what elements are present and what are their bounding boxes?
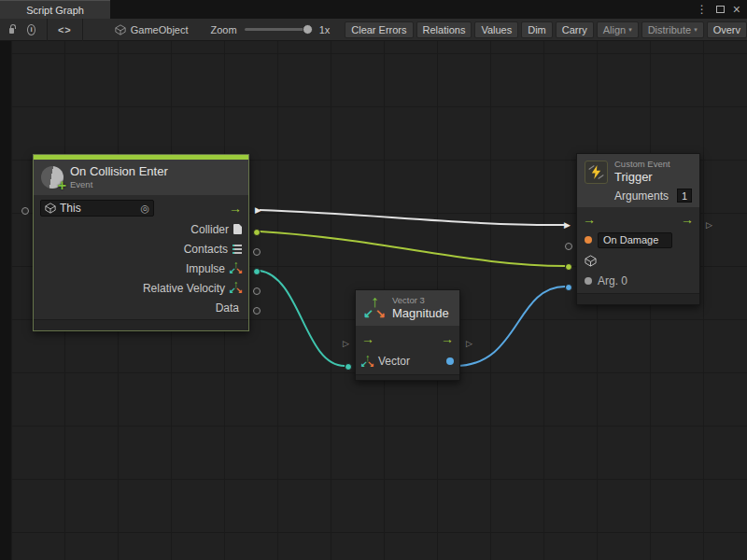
wire-collider[interactable] bbox=[260, 231, 565, 266]
align-label: Align bbox=[603, 24, 626, 35]
vector3-type-icon: ↑↙↘ bbox=[230, 262, 242, 274]
vector3-type-icon: ↑↙↘ bbox=[361, 356, 374, 368]
wire-magnitude-arg[interactable] bbox=[456, 287, 565, 366]
cube-icon bbox=[585, 255, 597, 267]
carry-button[interactable]: Carry bbox=[556, 21, 594, 38]
tab-label: Script Graph bbox=[26, 5, 84, 16]
gameobject-icon bbox=[115, 24, 126, 35]
object-picker-icon[interactable]: ◎ bbox=[140, 203, 149, 215]
node-subtitle: Event bbox=[70, 179, 168, 190]
node-footer bbox=[577, 293, 699, 304]
cube-icon bbox=[45, 203, 56, 214]
arg0-port-icon[interactable] bbox=[585, 277, 592, 285]
port-label-data: Data bbox=[216, 301, 239, 315]
this-input-port[interactable] bbox=[21, 207, 29, 215]
node-vector3-magnitude[interactable]: ↑↙↘ Vector 3 Magnitude → → ↑↙↘ Vector bbox=[355, 289, 460, 381]
zoom-value: 1x bbox=[319, 24, 331, 35]
code-view-icon[interactable]: <> bbox=[48, 24, 82, 35]
node-footer bbox=[34, 319, 248, 330]
values-button[interactable]: Values bbox=[474, 21, 518, 38]
target-object-value: This bbox=[60, 202, 81, 215]
target-object-field[interactable]: This ◎ bbox=[40, 200, 154, 217]
collider-output-port[interactable] bbox=[253, 229, 261, 236]
plus-icon: + bbox=[58, 178, 66, 193]
target-input-port[interactable] bbox=[565, 263, 572, 271]
node-title: Trigger bbox=[614, 170, 670, 185]
maximize-icon[interactable] bbox=[716, 6, 725, 13]
control-input-port[interactable]: ▶ bbox=[564, 221, 571, 230]
vector-input-label: Vector bbox=[378, 355, 410, 368]
node-header[interactable]: Custom Event Trigger bbox=[577, 154, 699, 187]
node-body: → → ↑↙↘ Vector bbox=[356, 326, 459, 374]
graph-canvas[interactable]: + On Collision Enter Event This ◎ → Coll… bbox=[0, 41, 747, 560]
control-output-port[interactable]: ▷ bbox=[466, 340, 472, 348]
lock-icon[interactable] bbox=[9, 28, 14, 34]
unity-script-graph-window: Script Graph ⋮ × i <> GameObject Zoom 1x… bbox=[0, 0, 747, 560]
magnitude-output-port[interactable] bbox=[446, 357, 454, 365]
chevron-down-icon: ▾ bbox=[628, 26, 632, 34]
node-body: This ◎ → Collider Contacts Impulse↑↙↘ Re… bbox=[34, 195, 248, 319]
node-header[interactable]: + On Collision Enter Event bbox=[34, 160, 248, 195]
control-output-arrow-icon[interactable]: → bbox=[441, 332, 454, 345]
zoom-label: Zoom bbox=[211, 24, 237, 35]
control-input-arrow-icon[interactable]: → bbox=[361, 332, 374, 345]
impulse-output-port[interactable] bbox=[253, 268, 261, 275]
arguments-row: Arguments 1 bbox=[577, 187, 699, 207]
arguments-label: Arguments bbox=[614, 189, 669, 203]
close-icon[interactable]: × bbox=[733, 3, 740, 16]
control-output-port[interactable]: ▷ bbox=[706, 221, 712, 230]
control-output-arrow-icon[interactable]: → bbox=[229, 202, 242, 215]
tab-script-graph[interactable]: Script Graph bbox=[0, 0, 110, 19]
port-label-contacts: Contacts bbox=[184, 243, 228, 256]
port-label-collider: Collider bbox=[190, 223, 229, 236]
arg0-input-port[interactable] bbox=[565, 284, 572, 291]
relations-button[interactable]: Relations bbox=[416, 21, 472, 38]
arguments-count-field[interactable]: 1 bbox=[677, 189, 692, 203]
event-name-input-port[interactable] bbox=[565, 243, 572, 250]
toolbar-divider bbox=[82, 19, 83, 41]
event-name-field[interactable]: On Damage bbox=[598, 232, 672, 248]
node-footer bbox=[356, 374, 459, 380]
info-icon[interactable]: i bbox=[27, 24, 35, 35]
node-on-collision-enter[interactable]: + On Collision Enter Event This ◎ → Coll… bbox=[33, 154, 249, 331]
clear-errors-button[interactable]: Clear Errors bbox=[345, 21, 413, 38]
zoom-slider[interactable] bbox=[245, 28, 310, 31]
node-kind: Vector 3 bbox=[392, 295, 449, 306]
distribute-dropdown[interactable]: Distribute▾ bbox=[641, 21, 704, 38]
control-output-arrow-icon[interactable]: → bbox=[681, 213, 694, 226]
align-dropdown[interactable]: Align▾ bbox=[597, 21, 639, 38]
vector3-type-icon: ↑↙↘ bbox=[230, 282, 242, 294]
window-controls: ⋮ × bbox=[697, 0, 747, 19]
control-input-port[interactable]: ▷ bbox=[343, 340, 349, 348]
contacts-output-port[interactable] bbox=[253, 248, 261, 256]
vector3-icon: ↑↙↘ bbox=[363, 297, 386, 319]
dim-button[interactable]: Dim bbox=[521, 21, 553, 38]
tab-bar: Script Graph ⋮ × bbox=[0, 0, 747, 19]
wire-control-flow[interactable] bbox=[260, 210, 565, 225]
control-output-port[interactable]: ▶ bbox=[255, 206, 261, 215]
node-trigger-custom-event[interactable]: Custom Event Trigger Arguments 1 → → On … bbox=[576, 153, 700, 305]
list-type-icon bbox=[233, 245, 242, 254]
wire-impulse-vector[interactable] bbox=[260, 271, 345, 366]
arg0-label: Arg. 0 bbox=[598, 274, 627, 287]
collision-event-icon: + bbox=[41, 166, 63, 189]
gameobject-label: GameObject bbox=[131, 24, 189, 35]
gameobject-reference[interactable]: GameObject bbox=[115, 24, 189, 35]
node-header[interactable]: ↑↙↘ Vector 3 Magnitude bbox=[356, 290, 459, 326]
node-title: On Collision Enter bbox=[70, 164, 168, 179]
port-label-relative-velocity: Relative Velocity bbox=[143, 282, 225, 295]
graph-toolbar: i <> GameObject Zoom 1x Clear Errors Rel… bbox=[0, 19, 747, 41]
node-title: Magnitude bbox=[392, 306, 449, 321]
node-body: → → On Damage Arg. 0 bbox=[577, 207, 699, 293]
distribute-label: Distribute bbox=[648, 24, 691, 35]
data-output-port[interactable] bbox=[253, 307, 261, 315]
window-menu-icon[interactable]: ⋮ bbox=[697, 4, 708, 15]
vector-input-port[interactable] bbox=[345, 363, 352, 371]
zoom-slider-handle[interactable] bbox=[303, 24, 313, 35]
control-input-arrow-icon[interactable]: → bbox=[583, 213, 596, 226]
overview-button[interactable]: Overv bbox=[707, 21, 747, 38]
port-label-impulse: Impulse bbox=[186, 262, 225, 275]
relative-velocity-output-port[interactable] bbox=[253, 287, 261, 295]
event-name-port-icon[interactable] bbox=[585, 236, 592, 244]
toolbar-buttons: Clear Errors Relations Values Dim Carry … bbox=[345, 21, 747, 38]
